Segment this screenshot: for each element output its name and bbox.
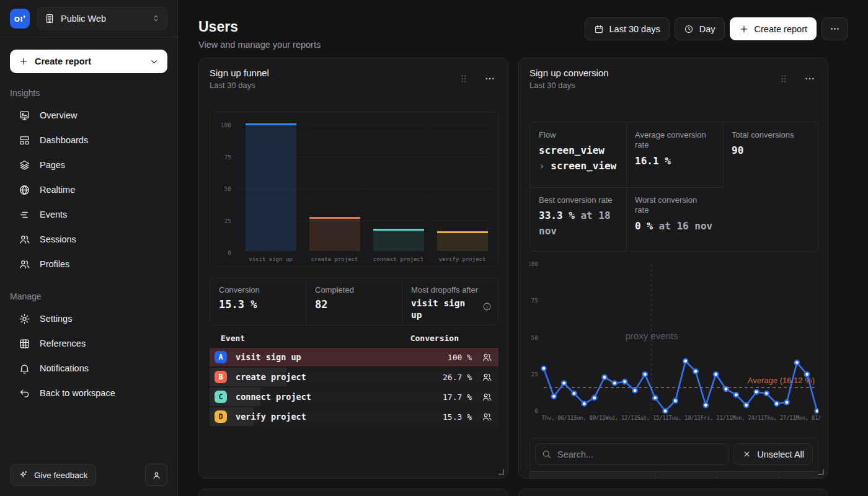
stat-worst-rate: Worst conversion rate 0 % at 16 nov xyxy=(626,187,723,242)
granularity-button[interactable]: Day xyxy=(675,17,725,40)
funnel-bar[interactable] xyxy=(437,231,488,251)
event-badge: B xyxy=(215,371,227,383)
svg-text:Average (16.12 %): Average (16.12 %) xyxy=(748,376,815,385)
more-options-button[interactable] xyxy=(822,17,848,40)
funnel-bar[interactable] xyxy=(246,123,296,251)
undo-icon xyxy=(19,388,30,399)
sidebar-item-references[interactable]: References xyxy=(10,331,167,356)
event-badge: A xyxy=(215,351,227,363)
avatar-button[interactable] xyxy=(145,464,167,486)
sidebar-item-label: Pages xyxy=(40,160,65,170)
svg-text:50: 50 xyxy=(531,334,539,341)
search-icon xyxy=(541,449,552,459)
event-row[interactable]: Avisit sign up100 % xyxy=(210,348,498,366)
clock-icon xyxy=(684,24,694,34)
event-row[interactable]: Dverify project15.3 % xyxy=(210,407,498,426)
sidebar-item-events[interactable]: Events xyxy=(10,202,167,227)
card-menu-icon[interactable] xyxy=(804,73,815,84)
app-logo[interactable]: oı' xyxy=(10,9,30,29)
sidebar-item-label: Events xyxy=(40,210,67,219)
drag-handle-icon[interactable] xyxy=(778,73,789,84)
people-icon[interactable] xyxy=(482,392,492,402)
clipped-card xyxy=(198,489,508,496)
plus-icon xyxy=(739,24,749,34)
overview-icon xyxy=(19,110,30,122)
svg-text:100: 100 xyxy=(529,260,538,267)
column-conversion: Conversion xyxy=(410,334,459,343)
dashboards-icon xyxy=(19,135,30,146)
svg-text:proxy events: proxy events xyxy=(625,330,678,341)
people-icon[interactable] xyxy=(482,372,492,383)
bell-icon xyxy=(19,363,30,374)
search-input[interactable] xyxy=(535,443,728,465)
chevron-down-icon xyxy=(149,57,159,66)
date-range-button[interactable]: Last 30 days xyxy=(585,17,670,40)
sidebar-item-notifications[interactable]: Notifications xyxy=(10,356,167,381)
sidebar-item-dashboards[interactable]: Dashboards xyxy=(10,128,167,153)
sidebar-item-label: Sessions xyxy=(40,234,76,244)
sidebar-item-settings[interactable]: Settings xyxy=(10,306,167,331)
event-row[interactable]: Bcreate project26.7 % xyxy=(210,368,498,386)
event-badge: D xyxy=(215,410,227,423)
funnel-stats: Conversion 15.3 % Completed 82 Most drop… xyxy=(210,278,498,326)
svg-text:0: 0 xyxy=(534,407,538,414)
sidebar-item-overview[interactable]: Overview xyxy=(10,103,167,128)
sidebar-item-profiles[interactable]: Profiles xyxy=(10,252,167,277)
conversion-card: Sign up conversion Last 30 days Flow scr… xyxy=(518,58,828,479)
x-tick-label: Fri, 21/11 xyxy=(701,415,732,421)
funnel-bar[interactable] xyxy=(373,229,424,251)
resize-grip[interactable] xyxy=(818,469,824,475)
unselect-all-button[interactable]: Unselect All xyxy=(733,443,813,465)
give-feedback-button[interactable]: Give feedback xyxy=(10,464,96,486)
x-axis-labels: Thu, 06/11Sun, 09/11Wed, 12/11Sat, 15/11… xyxy=(542,415,821,421)
page-subtitle: View and manage your reports xyxy=(198,40,321,50)
project-selector[interactable]: Public Web xyxy=(37,7,167,30)
info-icon[interactable] xyxy=(482,302,492,311)
event-table: Event Conversion Avisit sign up100 %Bcre… xyxy=(210,329,498,426)
create-report-label: Create report xyxy=(35,56,91,66)
calendar-icon xyxy=(594,24,604,34)
y-tick: 0 xyxy=(215,249,231,256)
sidebar-create-report-button[interactable]: Create report xyxy=(10,50,167,73)
sidebar-item-pages[interactable]: Pages xyxy=(10,153,167,177)
event-name: verify project xyxy=(236,412,306,422)
card-menu-icon[interactable] xyxy=(484,73,495,84)
globe-icon xyxy=(19,184,30,196)
event-name: connect project xyxy=(236,392,311,402)
card-title: Sign up conversion xyxy=(529,68,609,78)
sidebar-item-label: Notifications xyxy=(40,363,89,373)
y-tick: 50 xyxy=(215,185,231,192)
gear-icon xyxy=(19,313,30,325)
conversion-stats-grid: Flow screen_view › screen_view Average c… xyxy=(529,122,818,252)
sidebar-item-label: Settings xyxy=(40,314,72,324)
create-report-button[interactable]: Create report xyxy=(730,17,817,40)
sidebar-item-sessions[interactable]: Sessions xyxy=(10,227,167,252)
toolbar: Last 30 days Day Create report xyxy=(585,17,848,40)
project-name: Public Web xyxy=(61,14,106,24)
stat-completed: Completed 82 xyxy=(306,278,402,325)
sidebar-item-label: Realtime xyxy=(40,185,75,195)
funnel-bar[interactable] xyxy=(309,217,360,251)
clipped-list-row xyxy=(530,471,818,479)
bar-category-label: visit sign up xyxy=(239,256,303,262)
people-icon[interactable] xyxy=(482,412,492,422)
sidebar-item-label: Profiles xyxy=(40,259,69,269)
chevrons-updown-icon xyxy=(151,14,161,23)
sidebar-item-back-to-workspace[interactable]: Back to workspace xyxy=(10,381,167,405)
event-conversion-value: 26.7 % xyxy=(443,373,472,382)
x-tick-label: Sat, 15/11 xyxy=(637,415,669,421)
event-row[interactable]: Cconnect project17.7 % xyxy=(210,388,498,406)
grid-icon xyxy=(19,338,30,350)
people-icon[interactable] xyxy=(482,352,492,363)
card-title: Sign up funnel xyxy=(210,68,269,78)
sidebar-item-realtime[interactable]: Realtime xyxy=(10,177,167,202)
close-icon xyxy=(742,450,751,459)
person-icon xyxy=(151,470,162,480)
organization-icon xyxy=(44,13,55,24)
app-logo-text: oı' xyxy=(14,13,25,24)
drag-handle-icon[interactable] xyxy=(458,73,469,84)
resize-grip[interactable] xyxy=(498,469,504,475)
create-report-label: Create report xyxy=(755,24,807,34)
bar-category-label: create project xyxy=(303,256,366,262)
stat-average-rate: Average conversion rate 16.1 % xyxy=(626,122,723,177)
